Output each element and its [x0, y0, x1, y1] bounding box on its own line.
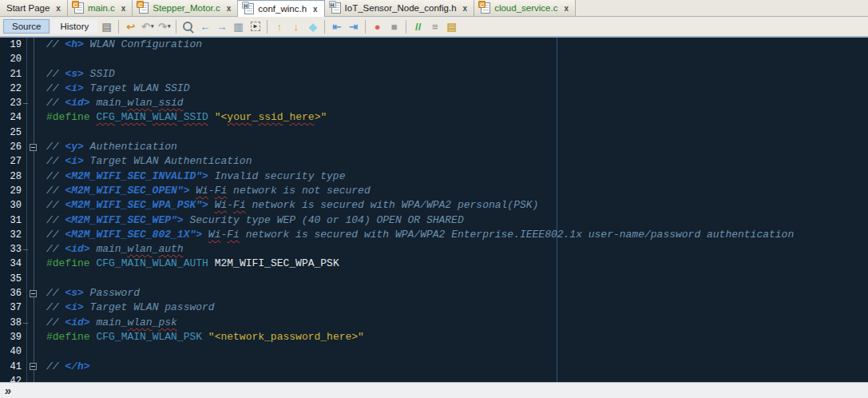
breadcrumb-expand-icon[interactable]: » [4, 384, 13, 397]
code-token: <id> [65, 316, 89, 328]
code-token: main_ [90, 316, 128, 328]
code-line[interactable]: 27// <i> Target WLAN Authentication [0, 154, 868, 169]
stop-macro-recording-icon[interactable]: ■ [386, 19, 402, 34]
shift-line-left-icon[interactable]: ⇤ [329, 19, 344, 34]
fold-collapse-icon[interactable] [30, 363, 37, 370]
undo-icon[interactable]: ↶▾ [140, 19, 155, 34]
toggle-highlight-icon[interactable]: ▥ [231, 19, 246, 34]
code-line[interactable]: 41// </h> [0, 360, 868, 374]
icon-glyph: → [216, 21, 227, 33]
tab-conf-winc-h[interactable]: Hconf_winc.hx [238, 0, 324, 17]
code-line[interactable]: 42 [0, 374, 868, 382]
fold-column [27, 110, 38, 125]
tab-close-icon[interactable]: x [227, 4, 232, 13]
icon-glyph: ↶ [141, 21, 150, 33]
source-view-button[interactable]: Source [3, 19, 50, 34]
code-line[interactable]: 31// <M2M_WIFI_SEC_WEP"> Security type W… [0, 213, 868, 228]
code-token: // [46, 214, 65, 226]
comment-icon[interactable]: // [410, 19, 426, 34]
rectangular-selection-icon[interactable]: ▸ [248, 19, 263, 34]
code-line[interactable]: 23// <id> main_wlan_ssid [0, 96, 868, 110]
code-line[interactable]: 36// <s> Password [0, 286, 868, 300]
code-token [208, 199, 215, 211]
code-token: ssid [158, 97, 183, 109]
code-token: network is not secured [227, 185, 370, 197]
tab-close-icon[interactable]: x [564, 4, 569, 13]
go-to-header-source-icon[interactable]: ▤ [444, 19, 459, 34]
line-number: 28 [0, 169, 27, 184]
code-line[interactable]: 25 [0, 125, 868, 140]
code-text: // <h> WLAN Configuration [38, 38, 202, 52]
code-token: <M2M_WIFI_SEC_WPA_PSK"> [65, 199, 208, 211]
code-token: _ [177, 111, 184, 123]
code-token: CFG_MAIN_WLAN_AUTH [96, 257, 208, 269]
code-line[interactable]: 26// <y> Authentication [0, 140, 868, 154]
code-text [38, 52, 46, 66]
tab-stepper-motor-c[interactable]: CStepper_Motor.cx [133, 0, 238, 16]
start-macro-recording-icon[interactable]: ● [370, 19, 385, 34]
code-token: Target WLAN Authentication [84, 155, 252, 167]
code-line[interactable]: 29// <M2M_WIFI_SEC_OPEN"> Wi-Fi network … [0, 184, 868, 198]
code-line[interactable]: 37// <i> Target WLAN password [0, 300, 868, 315]
code-token: wlan [127, 97, 152, 109]
tab-close-icon[interactable]: x [56, 4, 61, 13]
last-edit-icon[interactable]: ↩ [123, 19, 138, 34]
previous-bookmark-icon[interactable]: ↑ [271, 19, 287, 34]
fold-collapse-icon[interactable] [30, 144, 37, 151]
icon-glyph: ↷ [158, 21, 167, 33]
fold-column [27, 272, 38, 286]
code-line[interactable]: 32// <M2M_WIFI_SEC_802_1X"> Wi-Fi networ… [0, 228, 868, 242]
dropdown-caret-icon[interactable]: ▾ [151, 23, 154, 30]
next-bookmark-icon[interactable]: ↓ [288, 19, 303, 34]
find-icon[interactable] [180, 19, 196, 34]
dropdown-caret-icon[interactable]: ▾ [168, 23, 171, 30]
icon-glyph: ● [375, 21, 381, 33]
tab-iot-sensor-node-config-h[interactable]: HIoT_Sensor_Node_config.hx [325, 0, 475, 16]
redo-icon[interactable]: ↷▾ [157, 19, 172, 34]
code-line[interactable]: 28// <M2M_WIFI_SEC_INVALID"> Invalid sec… [0, 169, 868, 184]
toggle-bookmark-icon[interactable]: ◆ [305, 19, 320, 34]
fold-column [27, 344, 38, 359]
file-type-badge: C [137, 1, 144, 8]
shift-line-right-icon[interactable]: ⇥ [346, 19, 361, 34]
fold-column [27, 360, 38, 374]
line-number: 20 [0, 52, 27, 66]
code-line[interactable]: 40 [0, 344, 868, 359]
uncomment-icon[interactable]: ≡ [427, 19, 442, 34]
tab-close-icon[interactable]: x [313, 5, 318, 14]
fold-collapse-icon[interactable] [30, 290, 37, 297]
code-line[interactable]: 38// <id> main_wlan_psk [0, 316, 868, 330]
fold-column [27, 140, 38, 154]
code-editor[interactable]: 19// <h> WLAN Configuration2021// <s> SS… [0, 38, 868, 382]
code-line[interactable]: 22// <i> Target WLAN SSID [0, 82, 868, 96]
code-line[interactable]: 34#define CFG_MAIN_WLAN_AUTH M2M_WIFI_SE… [0, 257, 868, 271]
c-file-icon: C [74, 2, 84, 14]
code-text: // <id> main_wlan_psk [38, 316, 177, 330]
code-line[interactable]: 33// <id> main_wlan_auth [0, 242, 868, 257]
code-token: ssid [258, 111, 283, 123]
code-line[interactable]: 19// <h> WLAN Configuration [0, 38, 868, 52]
code-line[interactable]: 21// <s> SSID [0, 67, 868, 82]
code-token: your [227, 111, 252, 123]
tab-close-icon[interactable]: x [463, 4, 468, 13]
tab-cloud-service-c[interactable]: Ccloud_service.cx [474, 0, 576, 16]
versioning-diff-icon[interactable]: ▤ [99, 19, 114, 34]
find-next-icon[interactable]: → [214, 19, 229, 34]
tab-start-page[interactable]: Start Pagex [0, 0, 68, 16]
code-token [208, 257, 215, 269]
tab-main-c[interactable]: Cmain.cx [68, 0, 133, 16]
icon-glyph: ↓ [293, 21, 299, 33]
c-file-icon: C [139, 2, 149, 14]
code-line[interactable]: 20 [0, 52, 868, 66]
code-token: Wi [215, 199, 228, 211]
code-line[interactable]: 24#define CFG_MAIN_WLAN_SSID "<your_ssid… [0, 110, 868, 125]
code-token: Wi [196, 185, 208, 197]
find-previous-icon[interactable]: ← [197, 19, 212, 34]
code-token: main_ [90, 243, 128, 255]
code-line[interactable]: 30// <M2M_WIFI_SEC_WPA_PSK"> Wi-Fi netwo… [0, 198, 868, 213]
history-view-button[interactable]: History [51, 19, 97, 34]
tab-close-icon[interactable]: x [121, 4, 126, 13]
code-line[interactable]: 39#define CFG_MAIN_WLAN_PSK "<network_pa… [0, 330, 868, 344]
icon-glyph: ≡ [432, 21, 438, 33]
code-line[interactable]: 35 [0, 272, 868, 286]
